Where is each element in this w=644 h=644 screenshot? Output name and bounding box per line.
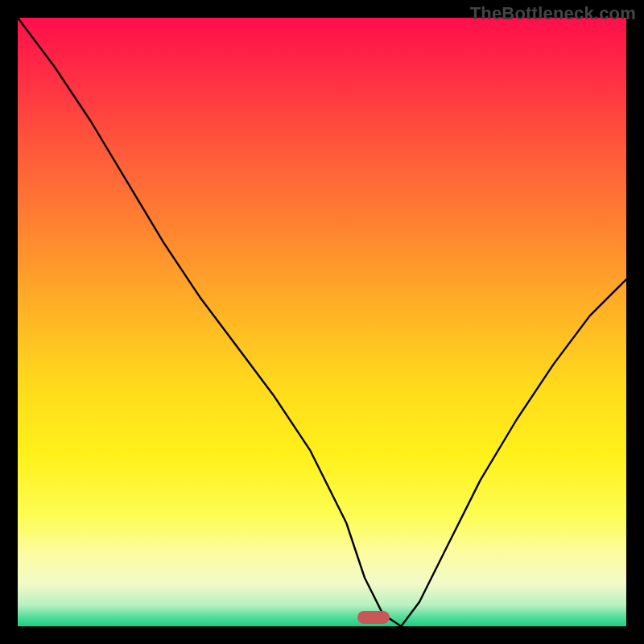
optimal-marker-icon [357, 611, 390, 624]
gradient-background [18, 18, 626, 626]
watermark-label: TheBottleneck.com [470, 3, 636, 24]
chart-frame: TheBottleneck.com [0, 0, 644, 644]
plot-svg [18, 18, 626, 626]
plot-area [18, 18, 626, 626]
